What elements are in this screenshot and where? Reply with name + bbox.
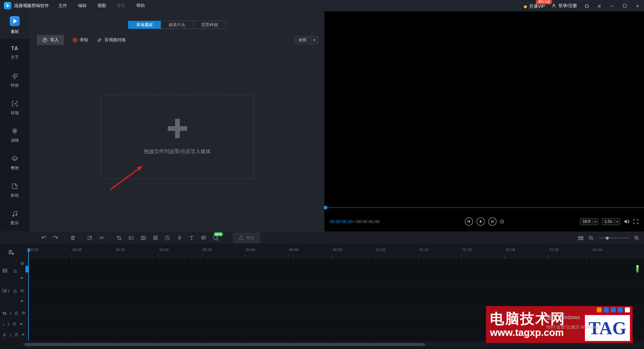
film-icon bbox=[2, 268, 7, 273]
diamond-icon: ◆ bbox=[524, 4, 527, 9]
eye-icon[interactable] bbox=[20, 261, 24, 267]
text-tool-icon[interactable] bbox=[185, 235, 198, 241]
ruler-label: 00:56 bbox=[333, 248, 342, 252]
zoom-slider-thumb[interactable] bbox=[606, 237, 609, 240]
timeline-ruler[interactable]: 00:00 00:08 00:16 00:24 00:32 00:40 00:4… bbox=[28, 246, 644, 258]
lock-icon[interactable] bbox=[13, 289, 17, 295]
close-button[interactable]: × bbox=[635, 3, 641, 9]
mask-icon[interactable] bbox=[137, 235, 149, 241]
tab-local-media[interactable]: 本地素材 bbox=[128, 21, 161, 29]
maximize-icon bbox=[623, 4, 627, 7]
lock-icon[interactable] bbox=[13, 268, 17, 275]
previous-frame-button[interactable] bbox=[465, 217, 473, 226]
sidebar-item-overlays[interactable]: 叠附 bbox=[0, 149, 30, 177]
edit-clip-icon[interactable] bbox=[84, 235, 96, 241]
redo-icon[interactable]: ↷ bbox=[50, 235, 62, 241]
preview-right-controls: 16:9 ▾ 1.0x ▾ bbox=[580, 218, 639, 225]
video-track-row[interactable] bbox=[28, 258, 644, 283]
snap-grid-icon[interactable] bbox=[578, 235, 584, 241]
mute-icon[interactable] bbox=[20, 275, 24, 281]
filter-icon bbox=[11, 128, 18, 135]
total-time: 00:00:00.00 bbox=[357, 219, 380, 224]
mute-icon[interactable] bbox=[21, 332, 25, 338]
next-frame-button[interactable] bbox=[488, 217, 497, 226]
tab-backgrounds[interactable]: 背景样例 bbox=[193, 21, 226, 29]
timeline-playhead[interactable] bbox=[28, 248, 29, 340]
crop-icon[interactable] bbox=[113, 235, 125, 241]
eye-icon[interactable] bbox=[21, 310, 26, 316]
undo-icon[interactable]: ↶ bbox=[38, 235, 50, 241]
login-button[interactable]: 登录/注册 bbox=[551, 3, 577, 9]
lock-icon[interactable] bbox=[12, 321, 16, 327]
sidebar-item-text[interactable]: TA 文字 bbox=[0, 39, 30, 66]
menu-view[interactable]: 视图 bbox=[97, 3, 106, 9]
sparkle-icon bbox=[11, 72, 18, 80]
sidebar-item-transitions[interactable]: 转场 bbox=[0, 94, 30, 121]
import-icon bbox=[42, 38, 47, 43]
music-track-header: ♪ 1 bbox=[0, 319, 28, 330]
mic-icon bbox=[2, 333, 6, 337]
media-dropzone[interactable]: 拖放文件到这里/点击导入媒体 bbox=[101, 95, 254, 179]
zoom-in-icon[interactable] bbox=[634, 235, 639, 241]
tab-intros[interactable]: 精美片头 bbox=[161, 21, 194, 29]
template-icon[interactable]: NEW bbox=[210, 235, 222, 241]
sidebar-item-media[interactable]: 素材 bbox=[0, 11, 30, 39]
menu-help[interactable]: 帮助 bbox=[136, 3, 145, 9]
hamburger-menu-icon[interactable]: ≡ bbox=[596, 3, 602, 9]
left-sidebar: 素材 TA 文字 特效 转场 滤镜 叠附 贴纸 配乐 bbox=[0, 11, 30, 232]
app-window: 迅捷视频剪辑软件 文件 编辑 视图 导出 帮助 ◆ 开通VIP 周年大促 登录/… bbox=[0, 0, 644, 349]
speed-dropdown[interactable]: 1.0x ▾ bbox=[602, 218, 620, 225]
menu-export[interactable]: 导出 bbox=[117, 3, 125, 9]
zoom-out-icon[interactable] bbox=[588, 235, 594, 241]
horizontal-scrollbar[interactable] bbox=[20, 343, 641, 346]
mirror-icon[interactable] bbox=[125, 235, 137, 241]
home-icon[interactable] bbox=[584, 3, 590, 9]
zoom-slider[interactable] bbox=[598, 238, 629, 238]
vip-button[interactable]: ◆ 开通VIP 周年大促 bbox=[524, 3, 545, 9]
watermark-badge-icons bbox=[597, 307, 630, 312]
speed-icon[interactable] bbox=[161, 235, 173, 241]
sidebar-item-label: 素材 bbox=[11, 29, 19, 35]
menu-edit[interactable]: 编辑 bbox=[78, 3, 87, 9]
volume-icon[interactable] bbox=[624, 218, 630, 225]
add-track-button[interactable] bbox=[8, 249, 14, 257]
minimize-button[interactable]: − bbox=[609, 3, 615, 9]
sidebar-item-filters[interactable]: 滤镜 bbox=[0, 121, 30, 149]
maximize-button[interactable] bbox=[622, 3, 628, 9]
mosaic-icon[interactable] bbox=[149, 235, 161, 240]
seek-handle[interactable] bbox=[324, 206, 327, 209]
lock-icon[interactable] bbox=[14, 332, 18, 338]
sticker-icon bbox=[11, 183, 18, 190]
filter-dropdown[interactable]: 全部 ▾ bbox=[294, 36, 318, 44]
sidebar-item-effects[interactable]: 特效 bbox=[0, 66, 30, 94]
lock-icon[interactable] bbox=[14, 310, 18, 316]
scrollbar-thumb[interactable] bbox=[24, 343, 425, 346]
track-drag-handle[interactable] bbox=[25, 266, 28, 272]
import-button[interactable]: 导入 bbox=[37, 35, 64, 45]
ruler-label: 00:48 bbox=[289, 248, 299, 252]
mute-icon[interactable] bbox=[20, 298, 24, 304]
ruler-label: 01:28 bbox=[506, 248, 515, 252]
activation-line1: 激活 Windows bbox=[546, 314, 603, 321]
menu-file[interactable]: 文件 bbox=[58, 3, 67, 9]
eye-icon[interactable] bbox=[20, 288, 24, 294]
fullscreen-icon[interactable] bbox=[633, 219, 639, 225]
sidebar-item-music[interactable]: 配乐 bbox=[0, 204, 30, 232]
seek-bar[interactable] bbox=[324, 207, 644, 208]
export-button[interactable]: 导出 bbox=[233, 233, 260, 243]
record-button[interactable]: 录制 bbox=[73, 37, 88, 43]
stop-button[interactable] bbox=[500, 219, 504, 224]
pip-track-row[interactable] bbox=[28, 283, 644, 308]
subtitle-icon[interactable] bbox=[198, 235, 210, 241]
filter-value: 全部 bbox=[294, 37, 311, 43]
text-track-icon: TA bbox=[2, 312, 7, 315]
delete-icon[interactable] bbox=[67, 235, 79, 241]
sidebar-item-stickers[interactable]: 贴纸 bbox=[0, 177, 30, 204]
voiceover-icon[interactable] bbox=[173, 235, 185, 240]
play-button[interactable] bbox=[476, 217, 485, 226]
aspect-ratio-dropdown[interactable]: 16:9 ▾ bbox=[580, 218, 598, 225]
convert-button[interactable]: 音视频转换 bbox=[97, 37, 126, 43]
cut-icon[interactable]: ✂ bbox=[96, 235, 108, 241]
new-badge: NEW bbox=[214, 232, 223, 237]
mute-icon[interactable] bbox=[19, 321, 23, 327]
